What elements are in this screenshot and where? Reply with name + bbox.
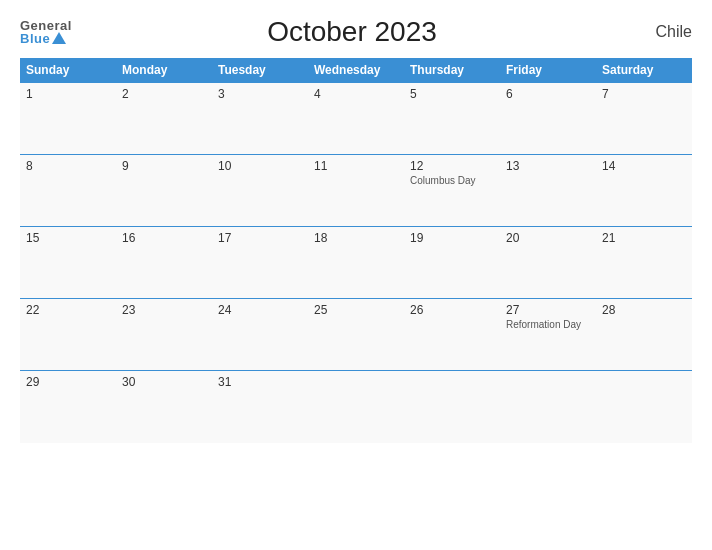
calendar-cell: 5 xyxy=(404,83,500,155)
calendar-cell: 4 xyxy=(308,83,404,155)
calendar-cell: 9 xyxy=(116,155,212,227)
calendar-cell xyxy=(596,371,692,443)
calendar-cell: 18 xyxy=(308,227,404,299)
calendar-cell: 26 xyxy=(404,299,500,371)
day-number: 10 xyxy=(218,159,302,173)
day-number: 1 xyxy=(26,87,110,101)
country-label: Chile xyxy=(632,23,692,41)
day-number: 23 xyxy=(122,303,206,317)
calendar-cell: 20 xyxy=(500,227,596,299)
calendar-cell: 16 xyxy=(116,227,212,299)
day-number: 9 xyxy=(122,159,206,173)
calendar-cell xyxy=(308,371,404,443)
calendar-cell: 3 xyxy=(212,83,308,155)
day-number: 20 xyxy=(506,231,590,245)
day-event-label: Reformation Day xyxy=(506,319,590,330)
day-number: 6 xyxy=(506,87,590,101)
weekday-header-sunday: Sunday xyxy=(20,58,116,83)
day-number: 15 xyxy=(26,231,110,245)
day-number: 31 xyxy=(218,375,302,389)
weekday-header-friday: Friday xyxy=(500,58,596,83)
calendar-cell: 15 xyxy=(20,227,116,299)
day-number: 11 xyxy=(314,159,398,173)
calendar-header: General Blue October 2023 Chile xyxy=(20,16,692,48)
day-number: 13 xyxy=(506,159,590,173)
day-number: 8 xyxy=(26,159,110,173)
logo-triangle-icon xyxy=(52,32,66,44)
weekday-header-monday: Monday xyxy=(116,58,212,83)
calendar-week-row: 89101112Columbus Day1314 xyxy=(20,155,692,227)
calendar-cell xyxy=(404,371,500,443)
calendar-cell: 2 xyxy=(116,83,212,155)
calendar-week-row: 222324252627Reformation Day28 xyxy=(20,299,692,371)
calendar-cell: 19 xyxy=(404,227,500,299)
day-number: 18 xyxy=(314,231,398,245)
calendar-week-row: 293031 xyxy=(20,371,692,443)
day-number: 28 xyxy=(602,303,686,317)
logo: General Blue xyxy=(20,19,72,45)
weekday-header-wednesday: Wednesday xyxy=(308,58,404,83)
calendar-cell: 7 xyxy=(596,83,692,155)
calendar-cell: 6 xyxy=(500,83,596,155)
weekday-header-tuesday: Tuesday xyxy=(212,58,308,83)
day-number: 17 xyxy=(218,231,302,245)
day-number: 29 xyxy=(26,375,110,389)
calendar-cell: 21 xyxy=(596,227,692,299)
calendar-cell: 24 xyxy=(212,299,308,371)
day-number: 5 xyxy=(410,87,494,101)
calendar-week-row: 1234567 xyxy=(20,83,692,155)
calendar-cell: 28 xyxy=(596,299,692,371)
weekday-header-row: SundayMondayTuesdayWednesdayThursdayFrid… xyxy=(20,58,692,83)
day-event-label: Columbus Day xyxy=(410,175,494,186)
calendar-cell: 12Columbus Day xyxy=(404,155,500,227)
calendar-cell: 8 xyxy=(20,155,116,227)
calendar-cell: 17 xyxy=(212,227,308,299)
calendar-cell: 27Reformation Day xyxy=(500,299,596,371)
calendar-cell: 31 xyxy=(212,371,308,443)
calendar-cell: 14 xyxy=(596,155,692,227)
logo-blue-text: Blue xyxy=(20,32,66,45)
day-number: 4 xyxy=(314,87,398,101)
day-number: 19 xyxy=(410,231,494,245)
day-number: 27 xyxy=(506,303,590,317)
calendar-title: October 2023 xyxy=(72,16,632,48)
day-number: 26 xyxy=(410,303,494,317)
calendar-cell: 30 xyxy=(116,371,212,443)
calendar-cell: 29 xyxy=(20,371,116,443)
day-number: 3 xyxy=(218,87,302,101)
day-number: 12 xyxy=(410,159,494,173)
day-number: 2 xyxy=(122,87,206,101)
calendar-cell: 1 xyxy=(20,83,116,155)
calendar-cell: 23 xyxy=(116,299,212,371)
weekday-header-thursday: Thursday xyxy=(404,58,500,83)
day-number: 24 xyxy=(218,303,302,317)
day-number: 25 xyxy=(314,303,398,317)
calendar-cell: 13 xyxy=(500,155,596,227)
weekday-header-saturday: Saturday xyxy=(596,58,692,83)
calendar-week-row: 15161718192021 xyxy=(20,227,692,299)
calendar-cell xyxy=(500,371,596,443)
day-number: 30 xyxy=(122,375,206,389)
calendar-table: SundayMondayTuesdayWednesdayThursdayFrid… xyxy=(20,58,692,443)
day-number: 21 xyxy=(602,231,686,245)
day-number: 16 xyxy=(122,231,206,245)
calendar-cell: 10 xyxy=(212,155,308,227)
calendar-cell: 25 xyxy=(308,299,404,371)
day-number: 22 xyxy=(26,303,110,317)
day-number: 14 xyxy=(602,159,686,173)
calendar-page: General Blue October 2023 Chile SundayMo… xyxy=(0,0,712,550)
calendar-cell: 11 xyxy=(308,155,404,227)
calendar-cell: 22 xyxy=(20,299,116,371)
day-number: 7 xyxy=(602,87,686,101)
